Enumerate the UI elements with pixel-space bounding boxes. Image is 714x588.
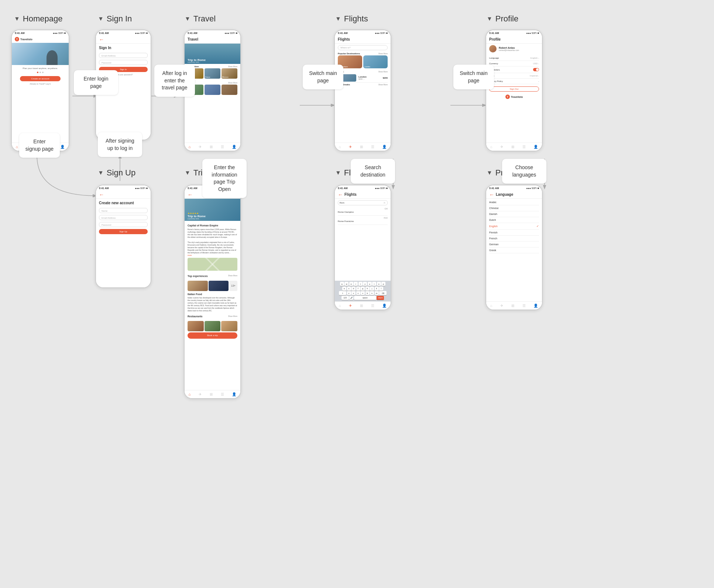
travel-collapse-icon[interactable]: ▼ <box>185 16 190 22</box>
privacy-setting[interactable]: Privacy Policy › <box>489 79 539 84</box>
clear-button[interactable]: ✕ <box>383 201 386 205</box>
tab-grid-icon[interactable]: ⊞ <box>511 145 514 149</box>
tab-list-icon[interactable]: ☰ <box>522 304 526 308</box>
back-button[interactable]: ← <box>99 37 104 42</box>
key-y[interactable]: y <box>363 282 367 286</box>
lang-chinese[interactable]: Chinese <box>489 205 539 211</box>
key-v[interactable]: v <box>361 291 365 295</box>
result-rome-ciampino[interactable]: Rome Ciampino CIA <box>338 206 388 216</box>
flights-search-input[interactable]: Rom ✕ <box>338 200 388 205</box>
hiking-thumb3[interactable] <box>222 85 237 95</box>
key-x[interactable]: x <box>351 291 356 295</box>
create-account-button[interactable]: Create an account <box>20 76 61 81</box>
morocco-thumb[interactable]: Morocco <box>222 68 237 79</box>
key-e[interactable]: e <box>349 282 353 286</box>
tab-home-icon[interactable]: ⌂ <box>490 145 492 149</box>
tab-plane-icon[interactable]: ✈ <box>500 304 503 308</box>
key-k[interactable]: k <box>375 287 379 291</box>
tab-list-icon[interactable]: ☰ <box>221 392 224 396</box>
trip-collapse-icon[interactable]: ▼ <box>185 170 190 176</box>
hiking-thumb2[interactable] <box>205 85 220 95</box>
key-o[interactable]: o <box>377 282 381 286</box>
key-f[interactable]: f <box>356 287 360 291</box>
tab-list-icon[interactable]: ☰ <box>371 304 374 308</box>
tab-user-icon[interactable]: 👤 <box>533 145 538 149</box>
back-button[interactable]: ← <box>188 192 193 198</box>
name-input[interactable]: Name <box>99 208 148 213</box>
more-experiences[interactable]: 13+ <box>229 281 237 291</box>
homepage-collapse-icon[interactable]: ▼ <box>14 16 20 22</box>
restaurant-card-1[interactable] <box>188 321 204 331</box>
key-z[interactable]: z <box>347 291 351 295</box>
key-l[interactable]: l <box>379 287 383 291</box>
travel-hero-image[interactable]: Trip to Rome a journey end... <box>185 44 240 64</box>
key-delete[interactable]: ⌫ <box>379 291 387 295</box>
profile-collapse-icon[interactable]: ▼ <box>487 16 492 22</box>
currency-setting[interactable]: Currency USD › <box>489 61 539 66</box>
tab-home-icon[interactable]: ⌂ <box>189 145 191 149</box>
tab-home-icon[interactable]: ⌂ <box>339 304 341 308</box>
lang-finnish[interactable]: Finnish <box>489 230 539 236</box>
key-b[interactable]: b <box>365 291 370 295</box>
key-g[interactable]: g <box>361 287 365 291</box>
lang-dutch[interactable]: Dutch <box>489 217 539 223</box>
tab-plane-icon[interactable]: ✈ <box>500 145 503 149</box>
sign-out-button[interactable]: Sign Out <box>489 86 539 92</box>
back-button[interactable]: ← <box>99 192 104 198</box>
back-button[interactable]: ← <box>338 192 343 198</box>
tab-user-icon[interactable]: 👤 <box>60 145 65 149</box>
key-shift[interactable]: ⇧ <box>339 291 346 295</box>
key-d[interactable]: d <box>351 287 356 291</box>
lang-arabic[interactable]: Arabic <box>489 199 539 205</box>
tab-list-icon[interactable]: ☰ <box>522 145 526 149</box>
tab-plane-icon[interactable]: ✈ <box>199 145 202 149</box>
tab-user-icon[interactable]: 👤 <box>232 392 236 396</box>
tab-plane-icon[interactable]: ✈ <box>349 145 352 149</box>
lang-danish[interactable]: Danish <box>489 211 539 217</box>
restaurant-card-3[interactable] <box>221 321 237 331</box>
key-n[interactable]: n <box>370 291 374 295</box>
tab-list-icon[interactable]: ☰ <box>371 145 374 149</box>
reminders-setting[interactable]: Reminders <box>489 66 539 73</box>
key-w[interactable]: w <box>344 282 349 286</box>
tab-list-icon[interactable]: ☰ <box>221 145 224 149</box>
email-input[interactable]: Email Address <box>99 53 148 58</box>
key-j[interactable]: j <box>370 287 374 291</box>
book-trip-button[interactable]: Book a trip <box>188 332 237 338</box>
key-mic[interactable]: 🎤 <box>349 296 353 300</box>
lang-greek[interactable]: Greek <box>489 247 539 253</box>
rome-map[interactable] <box>188 258 237 271</box>
key-space[interactable]: space <box>354 296 376 300</box>
key-t[interactable]: t <box>358 282 363 286</box>
tab-user-icon[interactable]: 👤 <box>382 304 387 308</box>
signup-collapse-icon[interactable]: ▼ <box>98 170 104 176</box>
key-u[interactable]: u <box>368 282 372 286</box>
tab-plane-icon[interactable]: ✈ <box>349 304 352 308</box>
tab-home-icon[interactable]: ⌂ <box>490 304 492 308</box>
back-button[interactable]: ← <box>489 192 494 198</box>
tab-user-icon[interactable]: 👤 <box>533 304 538 308</box>
tab-user-icon[interactable]: 👤 <box>382 145 387 149</box>
restaurant-card-2[interactable] <box>205 321 221 331</box>
key-q[interactable]: q <box>340 282 344 286</box>
tab-home-icon[interactable]: ⌂ <box>189 392 191 396</box>
key-a[interactable]: a <box>342 287 346 291</box>
tab-home-icon[interactable]: ⌂ <box>16 145 18 149</box>
tab-grid-icon[interactable]: ⊞ <box>210 145 213 149</box>
lang-english[interactable]: English ✓ <box>489 223 539 230</box>
lang-french[interactable]: French <box>489 236 539 242</box>
flights-search-bar[interactable]: Where to? <box>338 45 388 50</box>
france-thumb[interactable]: France <box>205 68 220 79</box>
profile-settings-collapse-icon[interactable]: ▼ <box>487 170 492 176</box>
london-card[interactable]: London <box>363 55 388 68</box>
tab-user-icon[interactable]: 👤 <box>232 145 236 149</box>
password-input[interactable]: Password <box>99 222 148 227</box>
tab-grid-icon[interactable]: ⊞ <box>360 145 363 149</box>
lang-german[interactable]: German <box>489 242 539 247</box>
tab-plane-icon[interactable]: ✈ <box>199 392 202 396</box>
keyboard[interactable]: q w e r t y u i o p a s d f g h <box>335 281 391 301</box>
key-r[interactable]: r <box>354 282 358 286</box>
flights-search-collapse-icon[interactable]: ▼ <box>335 170 341 176</box>
key-h[interactable]: h <box>365 287 370 291</box>
key-i[interactable]: i <box>372 282 376 286</box>
